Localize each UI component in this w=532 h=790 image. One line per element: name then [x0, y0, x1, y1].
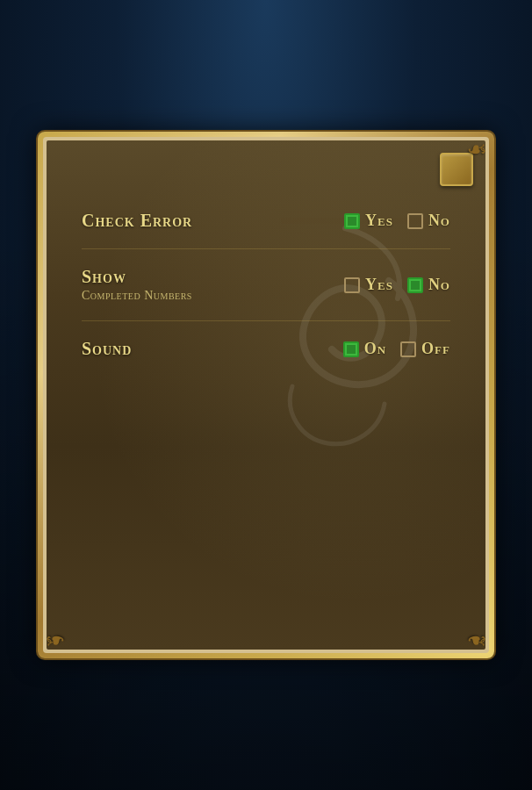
option-label-show_completed-no: No	[428, 276, 450, 294]
setting-options-sound: OnOff	[343, 340, 450, 358]
setting-options-show_completed: YesNo	[344, 276, 450, 294]
setting-options-check_error: YesNo	[344, 212, 450, 230]
checkbox-show_completed-no[interactable]	[407, 277, 423, 293]
frame-corner-bl-icon: ❧	[45, 626, 65, 655]
setting-row-show_completed: ShowCompleted NumbersYesNo	[82, 249, 450, 321]
option-label-check_error-no: No	[428, 212, 450, 230]
option-sound-on[interactable]: On	[343, 340, 386, 358]
dialog-frame: ❧ ❧ Check ErrorYesNoShowCompleted Number…	[38, 132, 494, 658]
option-check_error-no[interactable]: No	[407, 212, 450, 230]
setting-label-group-sound: Sound	[82, 339, 343, 359]
checkbox-check_error-yes[interactable]	[344, 213, 360, 229]
setting-row-sound: SoundOnOff	[82, 321, 450, 377]
setting-sublabel-show_completed: Completed Numbers	[82, 289, 344, 303]
settings-panel: Check ErrorYesNoShowCompleted NumbersYes…	[47, 140, 485, 650]
option-show_completed-no[interactable]: No	[407, 276, 450, 294]
setting-label-group-check_error: Check Error	[82, 211, 344, 231]
option-label-sound-off: Off	[421, 340, 450, 358]
checkbox-sound-on[interactable]	[343, 341, 359, 357]
option-check_error-yes[interactable]: Yes	[344, 212, 393, 230]
option-label-show_completed-yes: Yes	[365, 276, 393, 294]
checkbox-sound-off[interactable]	[400, 341, 416, 357]
setting-label-check_error: Check Error	[82, 211, 344, 231]
setting-label-show_completed: Show	[82, 267, 344, 287]
checkbox-check_error-no[interactable]	[407, 213, 423, 229]
frame-inner-border: Check ErrorYesNoShowCompleted NumbersYes…	[43, 137, 489, 653]
option-sound-off[interactable]: Off	[400, 340, 450, 358]
setting-label-sound: Sound	[82, 339, 343, 359]
frame-corner-tr-icon: ❧	[467, 135, 487, 164]
settings-list: Check ErrorYesNoShowCompleted NumbersYes…	[82, 193, 450, 377]
option-show_completed-yes[interactable]: Yes	[344, 276, 393, 294]
option-label-sound-on: On	[364, 340, 386, 358]
setting-label-group-show_completed: ShowCompleted Numbers	[82, 267, 344, 303]
checkbox-show_completed-yes[interactable]	[344, 277, 360, 293]
option-label-check_error-yes: Yes	[365, 212, 393, 230]
setting-row-check_error: Check ErrorYesNo	[82, 193, 450, 249]
